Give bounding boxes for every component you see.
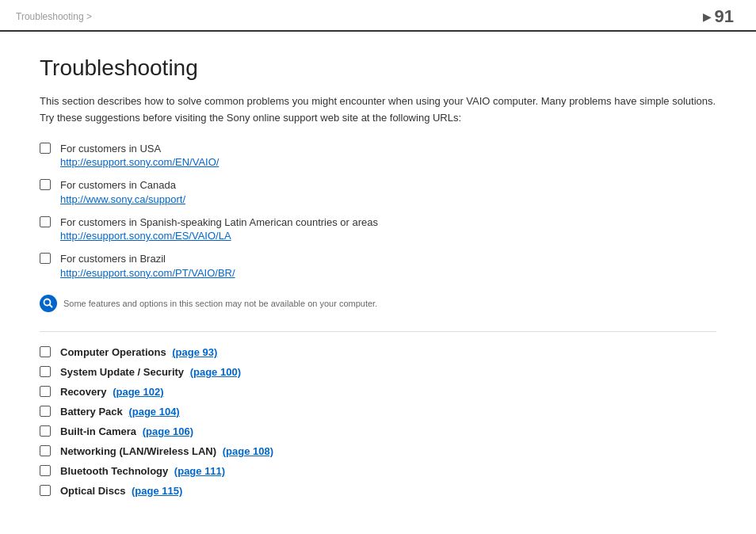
divider <box>40 331 716 332</box>
nav-item-text: Networking (LAN/Wireless LAN) (page 108) <box>60 445 273 457</box>
checkbox-icon <box>40 445 51 456</box>
list-item: For customers in Brazilhttp://esupport.s… <box>40 251 716 279</box>
checkbox-icon <box>40 386 51 397</box>
page-number: 91 <box>715 6 734 27</box>
checkbox-icon <box>40 346 51 357</box>
checkbox-icon <box>40 425 51 437</box>
top-bar: Troubleshooting > ▶ 91 <box>0 0 756 32</box>
note-text: Some features and options in this sectio… <box>63 297 377 311</box>
nav-item-page-link[interactable]: (page 111) <box>174 465 225 477</box>
checkbox-icon <box>40 216 51 227</box>
nav-item-page-link[interactable]: (page 108) <box>223 445 273 457</box>
url-list: For customers in USAhttp://esupport.sony… <box>40 141 716 279</box>
nav-item-page-link[interactable]: (page 106) <box>143 425 193 437</box>
list-item: Built-in Camera (page 106) <box>40 425 716 437</box>
list-item: Bluetooth Technology (page 111) <box>40 465 716 477</box>
checkbox-icon <box>40 406 51 417</box>
item-label: For customers in Brazil <box>60 251 235 267</box>
list-item: Recovery (page 102) <box>40 386 716 398</box>
checkbox-icon <box>40 253 51 264</box>
search-icon <box>43 298 54 309</box>
note-icon <box>40 295 57 312</box>
checkbox-icon <box>40 143 51 154</box>
svg-point-0 <box>44 299 51 305</box>
item-link[interactable]: http://www.sony.ca/support/ <box>60 193 185 205</box>
nav-item-page-link[interactable]: (page 93) <box>172 346 217 358</box>
page-arrow-icon: ▶ <box>703 10 712 23</box>
nav-item-page-link[interactable]: (page 115) <box>132 485 182 497</box>
item-link[interactable]: http://esupport.sony.com/PT/VAIO/BR/ <box>60 267 235 279</box>
nav-item-text: Computer Operations (page 93) <box>60 346 217 358</box>
nav-item-page-link[interactable]: (page 100) <box>190 366 241 378</box>
checkbox-icon <box>40 485 51 496</box>
page-number-wrapper: ▶ 91 <box>703 6 740 27</box>
nav-item-page-link[interactable]: (page 104) <box>128 406 179 418</box>
svg-line-1 <box>50 304 53 307</box>
item-label: For customers in USA <box>60 141 219 157</box>
page-title: Troubleshooting <box>40 55 716 81</box>
list-item: Battery Pack (page 104) <box>40 406 716 418</box>
item-label: For customers in Canada <box>60 177 185 193</box>
item-label: For customers in Spanish-speaking Latin … <box>60 215 378 231</box>
nav-item-text: Optical Discs (page 115) <box>60 485 182 497</box>
main-content: Troubleshooting This section describes h… <box>0 32 756 528</box>
item-link[interactable]: http://esupport.sony.com/ES/VAIO/LA <box>60 230 378 242</box>
list-item: For customers in Spanish-speaking Latin … <box>40 215 716 242</box>
checkbox-icon <box>40 366 51 377</box>
nav-item-text: Recovery (page 102) <box>60 386 163 398</box>
breadcrumb: Troubleshooting > <box>16 11 92 22</box>
nav-item-text: System Update / Security (page 100) <box>60 366 241 378</box>
intro-paragraph: This section describes how to solve comm… <box>40 93 716 127</box>
note-section: Some features and options in this sectio… <box>40 295 716 312</box>
navigation-list: Computer Operations (page 93)System Upda… <box>40 346 716 497</box>
list-item: For customers in USAhttp://esupport.sony… <box>40 141 716 169</box>
item-link[interactable]: http://esupport.sony.com/EN/VAIO/ <box>60 156 219 168</box>
nav-item-text: Battery Pack (page 104) <box>60 406 180 418</box>
checkbox-icon <box>40 179 51 190</box>
list-item: Optical Discs (page 115) <box>40 485 716 497</box>
list-item: For customers in Canadahttp://www.sony.c… <box>40 177 716 205</box>
checkbox-icon <box>40 465 51 476</box>
list-item: Networking (LAN/Wireless LAN) (page 108) <box>40 445 716 457</box>
nav-item-page-link[interactable]: (page 102) <box>113 386 163 398</box>
list-item: Computer Operations (page 93) <box>40 346 716 358</box>
nav-item-text: Bluetooth Technology (page 111) <box>60 465 225 477</box>
nav-item-text: Built-in Camera (page 106) <box>60 425 193 437</box>
list-item: System Update / Security (page 100) <box>40 366 716 378</box>
